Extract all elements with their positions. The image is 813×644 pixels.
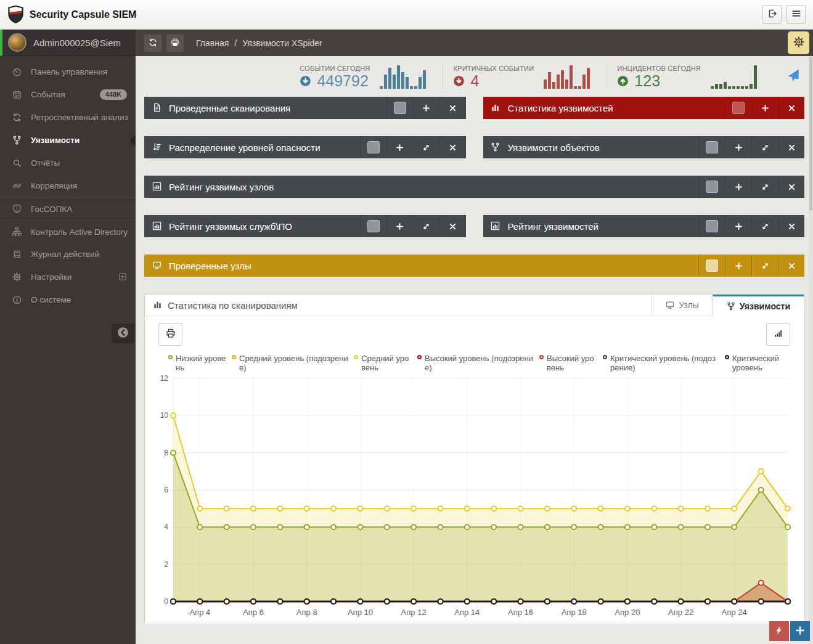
quick-action-button[interactable] <box>769 621 789 641</box>
panel-swatch-button[interactable] <box>360 136 386 158</box>
bar-chart-icon <box>153 300 162 309</box>
panel-color-swatch[interactable] <box>367 141 380 153</box>
svg-text:Апр 14: Апр 14 <box>454 608 480 617</box>
menu-button[interactable] <box>786 5 806 24</box>
svg-text:10: 10 <box>160 411 169 420</box>
panel-swatch-button[interactable] <box>698 176 725 198</box>
sidebar-item-retrospective[interactable]: Ретроспективный анализ <box>0 106 136 129</box>
legend-item[interactable]: Средний уровень (подозрение) <box>232 354 348 372</box>
legend-item[interactable]: Высокий уровень <box>539 354 597 372</box>
panel-close-button[interactable] <box>778 255 804 277</box>
panel-plus-button[interactable] <box>386 215 413 237</box>
panel-plus-button[interactable] <box>725 176 751 198</box>
panel-expand-button[interactable] <box>751 176 778 198</box>
chartbox-icon <box>144 182 169 192</box>
sidebar-item-reports[interactable]: Отчёты <box>0 152 136 174</box>
panel-color-swatch[interactable] <box>706 181 718 193</box>
chartbox-icon <box>483 221 508 232</box>
legend-label: Критический уровень <box>732 354 783 372</box>
panel-plus-button[interactable] <box>725 136 751 158</box>
sidebar-item-events[interactable]: События 448K <box>0 83 136 106</box>
logout-button[interactable] <box>762 5 782 24</box>
user-row[interactable]: Admin000025@Siem <box>0 30 136 56</box>
panel-swatch-button[interactable] <box>386 97 413 119</box>
sidebar-item-ad-control[interactable]: Контроль Active Directory <box>0 220 136 243</box>
file-icon <box>152 103 161 112</box>
panel-close-button[interactable] <box>439 136 466 158</box>
fork-icon <box>12 136 22 145</box>
legend-item[interactable]: Высокий уровень (подозрение) <box>417 354 534 372</box>
panel-expand-button[interactable] <box>751 136 778 158</box>
add-icon <box>735 144 743 152</box>
book-icon <box>12 250 22 259</box>
add-widget-button[interactable] <box>790 621 810 641</box>
panel-plus-button[interactable] <box>386 136 413 158</box>
monitor-icon <box>152 261 161 270</box>
chart-type-button[interactable] <box>766 323 790 346</box>
panel-close-button[interactable] <box>778 97 804 119</box>
panel-plus-button[interactable] <box>725 215 751 237</box>
panel-close-button[interactable] <box>778 136 804 158</box>
print-icon <box>166 328 176 338</box>
panel-swatch-button[interactable] <box>698 255 725 277</box>
panel-close-button[interactable] <box>439 97 466 119</box>
panel-color-swatch[interactable] <box>732 102 745 114</box>
chartbox-icon <box>144 221 169 232</box>
sidebar-item-action-log[interactable]: Журнал действий <box>0 243 136 266</box>
panel-close-button[interactable] <box>439 215 466 237</box>
legend-item[interactable]: Критический уровень <box>725 354 783 372</box>
sidebar-item-vulnerabilities[interactable]: Уязвимости <box>0 129 136 152</box>
panel-title: Проведенные сканирования <box>169 103 290 113</box>
panel-close-button[interactable] <box>778 176 804 198</box>
lightning-icon <box>774 626 784 637</box>
sidebar-item-settings[interactable]: Настройки <box>0 266 136 288</box>
panel-color-swatch[interactable] <box>706 259 718 272</box>
chart-print-button[interactable] <box>158 323 182 346</box>
sidebar-item-dashboard[interactable]: Панель управления <box>0 60 136 83</box>
print-icon <box>171 38 179 48</box>
add-icon <box>761 104 769 112</box>
panel-expand-button[interactable] <box>751 255 778 277</box>
sidebar-item-gossopka[interactable]: ГосСОПКА <box>0 197 136 220</box>
expand-submenu-icon[interactable] <box>118 272 127 282</box>
send-icon[interactable] <box>786 68 801 86</box>
panel-swatch-button[interactable] <box>698 136 725 158</box>
legend-item[interactable]: Средний уровень <box>354 354 412 372</box>
legend-item[interactable]: Низкий уровень <box>168 354 226 372</box>
panel-plus-button[interactable] <box>413 97 439 119</box>
print-page-button[interactable] <box>166 35 184 52</box>
panel-color-swatch[interactable] <box>394 102 406 114</box>
add-icon <box>396 144 404 152</box>
sidebar-item-about[interactable]: О системе <box>0 288 136 311</box>
panel-expand-button[interactable] <box>751 215 778 237</box>
events-count-badge: 448K <box>100 89 127 100</box>
tab-vulnerabilities[interactable]: Уязвимости <box>713 295 804 316</box>
panel-vulnerable-hosts-rating: Рейтинг уязвимых узлов <box>144 176 804 198</box>
panel-expand-button[interactable] <box>413 136 439 158</box>
tab-nodes[interactable]: Узлы <box>652 295 713 316</box>
sidebar-item-correlation[interactable]: Корреляция <box>0 174 136 197</box>
circledown-icon <box>453 75 465 87</box>
panel-close-button[interactable] <box>778 215 804 237</box>
scrollbar-thumb[interactable] <box>809 57 812 211</box>
collapse-left-icon <box>117 327 129 338</box>
dashboard-settings-button[interactable] <box>788 31 809 54</box>
svg-text:8: 8 <box>164 449 168 457</box>
panel-swatch-button[interactable] <box>360 215 386 237</box>
vertical-scrollbar[interactable] <box>809 56 813 644</box>
panel-swatch-button[interactable] <box>698 215 725 237</box>
add-icon <box>396 222 404 230</box>
panel-plus-button[interactable] <box>751 97 778 119</box>
panel-color-swatch[interactable] <box>706 220 718 232</box>
legend-label: Средний уровень (подозрение) <box>239 354 348 372</box>
breadcrumb-home[interactable]: Главная <box>196 38 229 48</box>
panel-color-swatch[interactable] <box>367 220 380 232</box>
panel-plus-button[interactable] <box>725 255 751 277</box>
panel-color-swatch[interactable] <box>706 141 718 153</box>
legend-item[interactable]: Критический уровень (подозрение) <box>603 354 719 372</box>
sidebar-collapse-button[interactable] <box>112 324 134 343</box>
panel-swatch-button[interactable] <box>725 97 751 119</box>
refresh-button[interactable] <box>144 35 161 52</box>
breadcrumb-separator: / <box>234 38 237 48</box>
panel-expand-button[interactable] <box>413 215 439 237</box>
